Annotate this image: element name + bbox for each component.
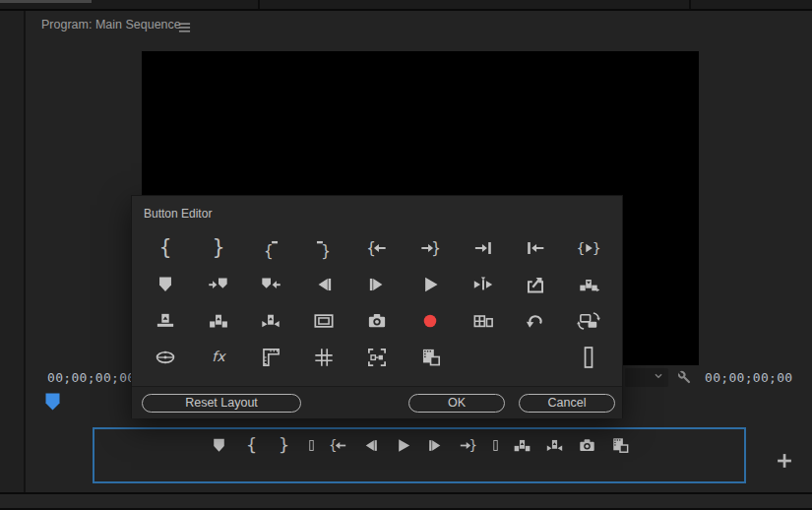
separator-icon (309, 441, 312, 451)
go-to-in-button[interactable]: { (327, 434, 350, 457)
mark-in-icon: { (246, 434, 258, 455)
go-to-previous-edit-button[interactable] (509, 229, 562, 266)
mark-in-button[interactable]: { (139, 229, 192, 266)
panel-divider (258, 0, 260, 9)
mark-out-button[interactable]: } (273, 434, 296, 457)
overwrite-button[interactable] (562, 266, 615, 302)
svg-text:}: } (593, 240, 601, 256)
top-divider (0, 0, 92, 3)
step-forward-button[interactable] (424, 434, 448, 457)
panel-menu-icon[interactable] (178, 20, 191, 32)
separator-button[interactable] (305, 434, 318, 457)
clear-out-button[interactable]: } (297, 229, 350, 266)
export-frame-button[interactable] (350, 302, 404, 339)
go-to-out-button[interactable]: } (404, 229, 457, 266)
step-forward-icon (429, 440, 440, 451)
guides-button[interactable] (297, 339, 350, 375)
loop-button[interactable] (509, 302, 562, 339)
go-to-previous-marker-button[interactable] (245, 266, 298, 302)
loop-icon (527, 316, 541, 328)
go-to-in-icon: { (366, 238, 385, 256)
comparison-view-button[interactable] (350, 339, 404, 375)
drag-frames-button[interactable] (404, 339, 457, 375)
separator-icon (586, 348, 593, 367)
svg-text:{: { (246, 434, 258, 455)
play-around-button[interactable] (457, 266, 510, 302)
lift-icon (157, 313, 173, 326)
separator-button[interactable] (562, 339, 615, 375)
dialog-title: Button Editor (144, 207, 212, 221)
go-to-next-edit-button[interactable] (457, 229, 510, 266)
multi-camera-view-icon (474, 316, 492, 326)
go-to-next-marker-icon (209, 278, 226, 288)
go-to-next-edit-icon (474, 242, 490, 254)
cancel-button[interactable]: Cancel (519, 394, 615, 413)
rulers-button[interactable] (245, 339, 298, 375)
extract-icon (210, 314, 227, 327)
insert-button[interactable] (245, 302, 298, 339)
panel-divider (689, 0, 691, 9)
add-marker-button[interactable] (139, 266, 192, 302)
current-timecode[interactable]: 00;00;00;00 (47, 370, 135, 385)
drag-frames-button[interactable] (608, 434, 632, 457)
go-to-next-marker-button[interactable] (192, 266, 245, 302)
guides-icon (316, 349, 333, 365)
step-back-icon (366, 440, 377, 451)
lift-button[interactable] (139, 302, 192, 339)
go-to-out-icon: } (421, 238, 440, 256)
svg-text:}: } (431, 238, 441, 256)
play-in-to-out-button[interactable]: {} (562, 229, 615, 266)
step-forward-button[interactable] (350, 266, 404, 302)
extract-button[interactable] (511, 434, 534, 457)
separator-button[interactable] (489, 434, 502, 457)
insert-button[interactable] (543, 434, 567, 457)
svg-text:}: } (322, 241, 332, 259)
svg-text:{: { (264, 241, 274, 259)
duration-timecode: 00;00;00;00 (705, 370, 792, 385)
play-stop-button[interactable] (404, 266, 457, 302)
play-stop-button[interactable] (392, 434, 415, 457)
svg-text:}: } (469, 438, 478, 453)
drag-frames-icon (613, 438, 627, 452)
vr-video-display-button[interactable] (139, 339, 192, 375)
panel-title[interactable]: Program: Main Sequence (41, 18, 181, 32)
clear-out-icon: } (317, 240, 331, 259)
add-marker-icon (159, 277, 171, 291)
svg-text:}: } (279, 434, 290, 455)
mark-out-button[interactable]: } (192, 229, 245, 266)
step-back-button[interactable] (359, 434, 383, 457)
export-frame-icon (580, 439, 593, 451)
export-button[interactable] (509, 266, 562, 302)
clear-in-button[interactable]: { (245, 229, 298, 266)
play-in-to-out-icon: {} (577, 240, 601, 256)
add-button[interactable] (774, 450, 795, 472)
comparison-view-icon (369, 349, 385, 364)
add-marker-button[interactable] (208, 434, 231, 457)
add-marker-icon (214, 439, 224, 452)
extract-button[interactable] (192, 302, 245, 339)
multi-camera-view-button[interactable] (457, 302, 510, 339)
svg-text:{: { (158, 235, 171, 259)
export-icon (529, 277, 542, 291)
step-back-button[interactable] (297, 266, 350, 302)
reset-layout-button[interactable]: Reset Layout (142, 394, 301, 413)
settings-wrench-icon[interactable] (674, 368, 696, 388)
marker-icon[interactable] (45, 393, 60, 411)
export-frame-button[interactable] (576, 434, 599, 457)
chevron-down-icon (652, 369, 665, 387)
safe-margins-button[interactable] (297, 302, 350, 339)
insert-icon (263, 314, 280, 327)
vr-video-display-icon (156, 351, 173, 362)
go-to-in-button[interactable]: { (350, 229, 404, 266)
go-to-out-button[interactable]: } (457, 434, 480, 457)
mark-in-button[interactable]: { (240, 434, 264, 457)
global-fx-mute-button[interactable]: fx (192, 339, 245, 375)
toggle-proxies-button[interactable] (562, 302, 615, 339)
drag-frames-icon (423, 349, 439, 364)
record-button[interactable] (404, 302, 457, 339)
top-strip (0, 0, 812, 11)
premiere-program-monitor: Program: Main Sequence 00;00;00;00 00;00… (0, 0, 812, 510)
svg-text:fx: fx (212, 349, 226, 364)
ok-button[interactable]: OK (408, 394, 505, 413)
zoom-level-select[interactable] (625, 368, 668, 387)
